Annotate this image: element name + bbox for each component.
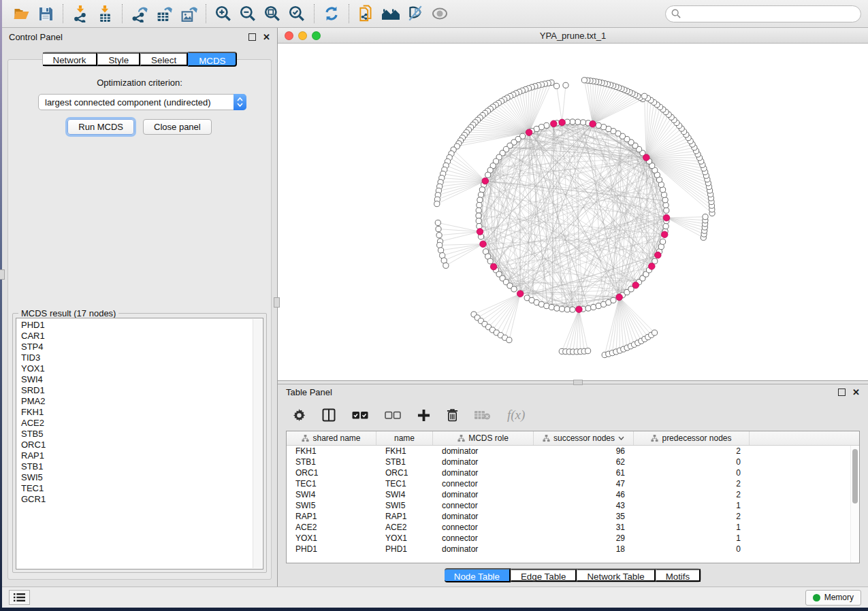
network-leaf-node[interactable]: [563, 82, 568, 88]
table-row[interactable]: PHD1PHD1dominator180: [287, 544, 859, 555]
add-column-button[interactable]: [417, 405, 430, 425]
network-node[interactable]: [511, 286, 517, 292]
mcds-hub-node[interactable]: [551, 120, 558, 127]
network-node[interactable]: [564, 307, 570, 312]
mcds-result-item[interactable]: TID3: [21, 352, 252, 363]
mcds-hub-node[interactable]: [661, 231, 668, 238]
network-node[interactable]: [575, 119, 581, 125]
tab-motifs[interactable]: Motifs: [656, 569, 701, 582]
table-row[interactable]: YOX1YOX1connector291: [287, 533, 859, 544]
export-image-button[interactable]: [176, 3, 201, 24]
table-row[interactable]: SWI5SWI5connector431: [287, 500, 859, 511]
control-panel-close-icon[interactable]: ✕: [263, 33, 270, 42]
close-panel-button[interactable]: Close panel: [143, 119, 212, 135]
table-scrollbar-thumb[interactable]: [852, 449, 858, 503]
mcds-hub-node[interactable]: [649, 263, 656, 270]
save-session-button[interactable]: [33, 3, 58, 24]
network-leaf-node[interactable]: [581, 78, 587, 83]
table-scrollbar-track[interactable]: [850, 446, 859, 563]
network-node[interactable]: [585, 306, 591, 311]
open-session-button[interactable]: [9, 3, 33, 24]
tab-network[interactable]: Network: [43, 52, 98, 66]
mcds-hub-node[interactable]: [482, 178, 489, 184]
column-header-predecessor-nodes[interactable]: predecessor nodes: [634, 431, 750, 445]
memory-button[interactable]: Memory: [805, 590, 861, 606]
mcds-result-item[interactable]: GCR1: [21, 494, 252, 505]
table-row[interactable]: STB1STB1dominator620: [287, 457, 859, 467]
network-canvas[interactable]: [278, 44, 868, 380]
network-graph[interactable]: [278, 44, 868, 380]
network-node[interactable]: [663, 202, 669, 208]
mcds-hub-node[interactable]: [526, 129, 532, 136]
import-network-button[interactable]: [68, 3, 93, 24]
horizontal-splitter[interactable]: [278, 381, 868, 384]
table-panel-close-icon[interactable]: ✕: [852, 388, 860, 397]
export-network-button[interactable]: [127, 3, 152, 24]
table-row[interactable]: FKH1FKH1dominator962: [287, 446, 859, 457]
mcds-result-item[interactable]: SWI4: [21, 374, 252, 385]
table-row[interactable]: ORC1ORC1dominator610: [287, 467, 859, 478]
network-node[interactable]: [478, 192, 483, 197]
zoom-out-button[interactable]: [236, 3, 260, 24]
network-leaf-node[interactable]: [642, 93, 647, 99]
home-pages-button[interactable]: [379, 3, 403, 24]
network-node[interactable]: [660, 239, 666, 244]
deselect-all-button[interactable]: [385, 405, 401, 425]
network-node[interactable]: [476, 218, 481, 224]
tab-network-table[interactable]: Network Table: [577, 569, 655, 582]
task-history-button[interactable]: [9, 590, 30, 605]
zoom-in-button[interactable]: [211, 3, 236, 24]
column-header-name[interactable]: name: [376, 431, 433, 445]
delete-column-button[interactable]: [447, 405, 458, 425]
import-table-button[interactable]: [93, 3, 117, 24]
mcds-result-item[interactable]: SRD1: [21, 385, 252, 396]
delete-table-button[interactable]: [475, 405, 491, 425]
network-leaf-node[interactable]: [703, 214, 708, 220]
vertical-splitter-handle[interactable]: [0, 269, 5, 280]
mcds-result-item[interactable]: FKH1: [21, 407, 252, 418]
mcds-hub-node[interactable]: [590, 120, 596, 127]
network-leaf-node[interactable]: [443, 263, 449, 268]
mcds-hub-node[interactable]: [655, 252, 662, 259]
network-node[interactable]: [596, 122, 601, 128]
network-leaf-node[interactable]: [652, 330, 657, 335]
network-node[interactable]: [591, 304, 596, 310]
network-leaf-node[interactable]: [434, 201, 440, 207]
network-node[interactable]: [479, 187, 485, 193]
panel-splitter-grip[interactable]: [274, 297, 280, 308]
mcds-result-item[interactable]: STB1: [21, 461, 252, 472]
tab-select[interactable]: Select: [140, 52, 188, 66]
tab-mcds[interactable]: MCDS: [188, 52, 237, 67]
mcds-result-item[interactable]: RAP1: [21, 450, 252, 461]
refresh-button[interactable]: [319, 3, 344, 24]
network-node[interactable]: [663, 223, 669, 229]
network-leaf-node[interactable]: [436, 227, 441, 232]
show-graphics-button[interactable]: [428, 3, 452, 24]
table-row[interactable]: ACE2ACE2connector311: [287, 522, 859, 533]
mcds-hub-node[interactable]: [632, 282, 639, 288]
network-leaf-node[interactable]: [435, 220, 440, 225]
function-builder-button[interactable]: f(x): [507, 405, 525, 425]
mcds-result-item[interactable]: STB5: [21, 429, 252, 440]
select-all-button[interactable]: [352, 405, 368, 425]
table-row[interactable]: SWI4SWI4dominator462: [287, 489, 859, 500]
horizontal-splitter-grip[interactable]: [573, 380, 583, 385]
mcds-result-item[interactable]: ORC1: [21, 440, 252, 450]
tab-node-table[interactable]: Node Table: [445, 568, 511, 582]
mcds-hub-node[interactable]: [490, 263, 497, 270]
network-node[interactable]: [554, 306, 560, 311]
table-settings-button[interactable]: [293, 405, 306, 425]
mcds-result-item[interactable]: PMA2: [21, 396, 252, 407]
network-node[interactable]: [477, 197, 483, 203]
column-header-successor-nodes[interactable]: successor nodes: [534, 431, 634, 445]
mcds-result-item[interactable]: CAR1: [21, 331, 252, 342]
mcds-hub-node[interactable]: [477, 229, 483, 235]
mcds-hub-node[interactable]: [663, 214, 670, 221]
network-node[interactable]: [611, 297, 616, 303]
network-node[interactable]: [476, 208, 481, 213]
window-minimize-icon[interactable]: [298, 31, 307, 40]
network-node[interactable]: [485, 172, 491, 178]
control-panel-float-icon[interactable]: [248, 33, 256, 41]
zoom-fit-button[interactable]: [260, 3, 285, 24]
mcds-hub-node[interactable]: [480, 241, 487, 248]
